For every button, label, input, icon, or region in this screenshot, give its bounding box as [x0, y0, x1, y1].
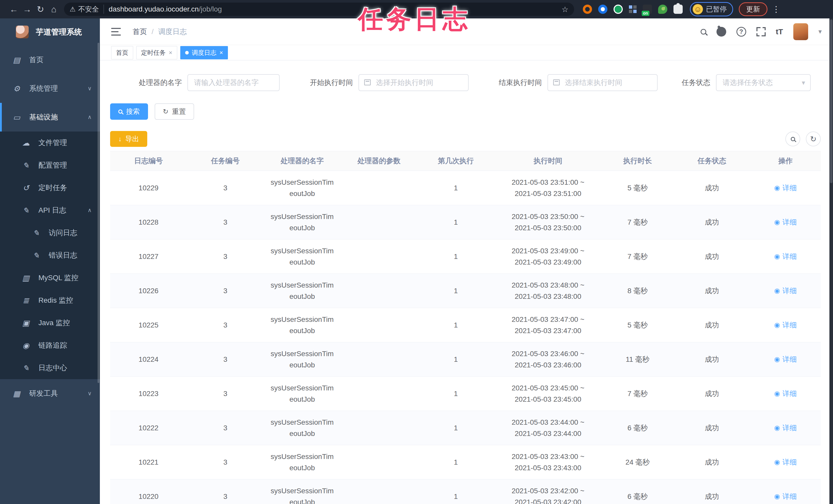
column-header-job-id: 任务编号 [187, 156, 264, 166]
handler-name-input[interactable] [187, 74, 280, 91]
job-status-placeholder: 请选择任务状态 [723, 78, 773, 87]
browser-update-button[interactable]: 更新 [739, 2, 767, 16]
extension-leaf-icon[interactable] [658, 5, 667, 14]
edit-icon: ✎ [21, 363, 31, 373]
font-size-icon[interactable]: tT [776, 27, 783, 36]
browser-reload-button[interactable]: ↻ [34, 3, 47, 16]
close-icon[interactable]: × [169, 49, 172, 56]
cell-actions: ◉ 详细 [750, 183, 821, 193]
sidebar-item-home[interactable]: ▤ 首页 [0, 46, 100, 74]
cell-duration: 7 毫秒 [602, 252, 673, 261]
edit-icon: ✎ [21, 206, 31, 215]
user-menu-caret-icon[interactable]: ▾ [818, 28, 822, 35]
sidebar-item-scheduled-jobs[interactable]: ↺ 定时任务 [0, 177, 100, 199]
detail-link[interactable]: ◉ 详细 [774, 389, 797, 399]
detail-link[interactable]: ◉ 详细 [774, 252, 797, 261]
detail-link[interactable]: ◉ 详细 [774, 320, 797, 330]
sidebar-item-label: 研发工具 [29, 388, 58, 398]
column-header-handler-param: 处理器的参数 [340, 156, 418, 166]
detail-link[interactable]: ◉ 详细 [774, 183, 797, 193]
browser-menu-icon[interactable]: ⋮ [772, 4, 780, 14]
handler-name-line2: eoutJob [264, 394, 340, 405]
sidebar-item-dev-tools[interactable]: ▦ 研发工具 ∨ [0, 379, 100, 408]
browser-home-button[interactable]: ⌂ [47, 3, 61, 16]
detail-link[interactable]: ◉ 详细 [774, 355, 797, 364]
execute-time-end: 2021-05-03 23:43:00 [494, 462, 602, 474]
detail-link[interactable]: ◉ 详细 [774, 286, 797, 296]
tab-home[interactable]: 首页 [111, 46, 133, 59]
sidebar-item-api-log[interactable]: ✎ API 日志 ∧ [0, 199, 100, 222]
detail-link[interactable]: ◉ 详细 [774, 457, 797, 467]
page-scrollbar-thumb[interactable] [830, 20, 832, 183]
extension-switch-icon[interactable]: on [643, 5, 652, 14]
sidebar-item-system-management[interactable]: ⚙ 系统管理 ∨ [0, 74, 100, 103]
execute-time-end: 2021-05-03 23:47:00 [494, 325, 602, 336]
start-time-picker[interactable] [358, 74, 469, 91]
app-logo-row[interactable]: 芋道管理系统 [0, 19, 100, 46]
toolbox-icon: ▦ [11, 389, 22, 398]
cloud-upload-icon: ☁ [21, 138, 31, 147]
fullscreen-icon[interactable] [757, 27, 766, 36]
breadcrumb-home[interactable]: 首页 [133, 27, 147, 36]
browser-forward-button[interactable]: → [21, 3, 34, 16]
tab-scheduled-jobs[interactable]: 定时任务 × [136, 46, 177, 59]
toggle-search-button[interactable] [785, 131, 800, 146]
url-host: dashboard.yudao.iocoder.cn [109, 5, 199, 13]
close-icon[interactable]: × [219, 49, 223, 56]
job-status-select[interactable]: 请选择任务状态 ▾ [716, 74, 811, 91]
detail-link[interactable]: ◉ 详细 [774, 423, 797, 433]
extension-location-icon[interactable] [598, 5, 608, 14]
reset-button[interactable]: ↻ 重置 [155, 103, 194, 120]
tab-label: 定时任务 [141, 49, 166, 57]
detail-link-label: 详细 [783, 286, 797, 296]
sidebar-item-infrastructure[interactable]: ▭ 基础设施 ∧ [0, 103, 100, 131]
cell-execute-time: 2021-05-03 23:43:00 ~ 2021-05-03 23:43:0… [494, 451, 602, 474]
sidebar-item-config-management[interactable]: ✎ 配置管理 [0, 154, 100, 177]
browser-back-button[interactable]: ← [7, 3, 21, 16]
extension-green-check-icon[interactable] [614, 5, 623, 14]
page-scrollbar[interactable] [829, 19, 833, 504]
sidebar-item-file-management[interactable]: ☁ 文件管理 [0, 131, 100, 154]
sidebar-toggle-icon[interactable] [111, 28, 121, 35]
extensions-puzzle-icon[interactable] [673, 5, 683, 14]
handler-name-line1: sysUserSessionTim [264, 417, 340, 428]
search-button-label: 搜索 [126, 107, 140, 116]
sidebar-item-java-monitor[interactable]: ▣ Java 监控 [0, 311, 100, 334]
table-body: 10229 3 sysUserSessionTim eoutJob 1 2021… [110, 171, 821, 504]
export-button[interactable]: ↓ 导出 [110, 131, 147, 147]
extension-orange-icon[interactable] [583, 5, 592, 14]
end-time-picker[interactable] [547, 74, 658, 91]
sidebar-item-error-log[interactable]: ✎ 错误日志 [0, 244, 100, 267]
help-icon[interactable]: ? [736, 27, 746, 36]
url-path: /job/log [199, 5, 222, 13]
sidebar-item-trace[interactable]: ◉ 链路追踪 [0, 334, 100, 357]
cell-status: 成功 [673, 492, 750, 501]
column-header-duration: 执行时长 [602, 156, 673, 166]
bookmark-star-icon[interactable]: ☆ [562, 5, 569, 14]
cell-execute-index: 1 [418, 218, 494, 226]
sidebar-item-access-log[interactable]: ✎ 访问日志 [0, 222, 100, 244]
user-avatar[interactable] [793, 23, 808, 40]
sidebar-item-redis-monitor[interactable]: ≣ Redis 监控 [0, 289, 100, 311]
sidebar-scrollbar[interactable] [98, 43, 99, 383]
cell-execute-time: 2021-05-03 23:49:00 ~ 2021-05-03 23:49:0… [494, 245, 602, 268]
browser-profile-chip[interactable]: ☺ 已暂停 [690, 2, 733, 16]
handler-name-line1: sysUserSessionTim [264, 451, 340, 462]
end-time-input[interactable] [547, 74, 658, 91]
security-label[interactable]: 不安全 [78, 5, 104, 14]
start-time-input[interactable] [358, 74, 469, 91]
search-icon[interactable] [700, 29, 706, 34]
sidebar-item-mysql-monitor[interactable]: ▥ MySQL 监控 [0, 267, 100, 289]
handler-name-line2: eoutJob [264, 291, 340, 302]
sidebar-item-label: 系统管理 [29, 84, 58, 93]
extension-grid-icon[interactable] [629, 5, 637, 13]
refresh-table-button[interactable]: ↻ [806, 131, 821, 146]
sidebar-item-log-center[interactable]: ✎ 日志中心 [0, 357, 100, 379]
search-button[interactable]: 搜索 [110, 103, 148, 120]
github-icon[interactable] [716, 27, 726, 36]
tab-job-log-active[interactable]: 调度日志 × [180, 46, 228, 59]
calendar-icon [553, 79, 560, 85]
address-bar[interactable]: ⚠ 不安全 dashboard.yudao.iocoder.cn/job/log… [64, 3, 574, 16]
detail-link[interactable]: ◉ 详细 [774, 218, 797, 227]
detail-link[interactable]: ◉ 详细 [774, 492, 797, 501]
